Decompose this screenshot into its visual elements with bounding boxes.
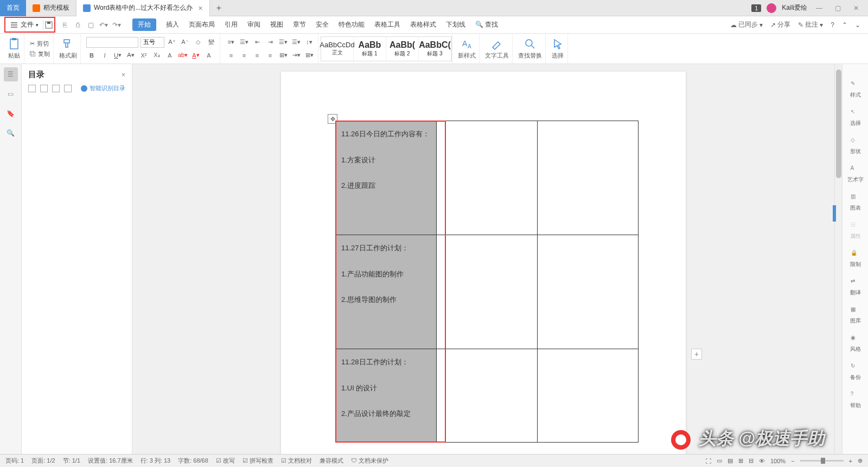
toc-mode3-icon[interactable] [52, 85, 60, 92]
fit-icon[interactable]: ⊕ [858, 457, 863, 464]
borders-button[interactable]: ⊞▾ [304, 50, 315, 61]
eye-icon[interactable]: 👁 [759, 458, 765, 464]
tab-docer[interactable]: 稻壳模板 [26, 0, 76, 16]
status-words[interactable]: 字数: 68/68 [178, 457, 208, 465]
tab-view[interactable]: 视图 [270, 20, 283, 29]
view-web-icon[interactable]: ⊞ [738, 457, 743, 464]
bookmark-icon[interactable]: 🔖 [4, 106, 18, 121]
rail-gallery[interactable]: ▦图库 [850, 306, 861, 325]
tab-insert[interactable]: 插入 [166, 20, 179, 29]
bold-button[interactable]: B [86, 50, 97, 61]
format-brush-button[interactable]: 格式刷 [59, 37, 77, 60]
copy-button[interactable]: ⿻ 复制 [30, 50, 50, 58]
style-gallery[interactable]: AaBbCcDd正文 AaBb标题 1 AaBb(标题 2 AaBbC(标题 3 [321, 36, 452, 61]
table-cell[interactable] [538, 349, 639, 443]
status-setval[interactable]: 设置值: 16.7厘米 [88, 457, 133, 465]
select-button[interactable]: 选择 [551, 37, 564, 60]
tab-special[interactable]: 特色功能 [339, 20, 365, 29]
table-cell[interactable]: 11.27日工作的计划： 1.产品功能图的制作 2.思维导图的制作 [336, 235, 437, 349]
text-tool-button[interactable]: 文字工具 [485, 37, 509, 60]
close-icon[interactable]: × [198, 4, 202, 12]
cut-button[interactable]: ✂ 剪切 [30, 40, 50, 48]
minimize-button[interactable]: — [813, 2, 826, 15]
page-icon[interactable]: ▭ [4, 87, 18, 101]
align-left-button[interactable]: ≡ [226, 50, 237, 61]
view-read-icon[interactable]: ▤ [727, 457, 733, 464]
rail-wordart[interactable]: A艺术字 [847, 165, 864, 184]
rail-backup[interactable]: ↻备份 [850, 363, 861, 381]
distribute-button[interactable]: ⊞▾ [278, 50, 289, 61]
document-canvas[interactable]: ✥ 11.26日今日的工作内容有： 1.方案设计 2.进度跟踪 [132, 64, 834, 454]
document-table[interactable]: 11.26日今日的工作内容有： 1.方案设计 2.进度跟踪 11.27日工作的计… [335, 121, 639, 443]
tab-table-style[interactable]: 表格样式 [410, 20, 436, 29]
maximize-button[interactable]: ▢ [831, 2, 844, 15]
style-h3[interactable]: AaBbC(标题 3 [419, 37, 451, 61]
strike-button[interactable]: A̶▾ [125, 50, 136, 61]
tab-section[interactable]: 章节 [293, 20, 306, 29]
italic-button[interactable]: I [99, 50, 110, 61]
toc-mode1-icon[interactable] [28, 85, 36, 92]
print-icon[interactable]: ⎙ [73, 20, 82, 30]
table-cell[interactable] [437, 121, 538, 235]
table-cell[interactable]: 11.28日工作的计划： 1.UI 的设计 2.产品设计最终的敲定 [336, 349, 437, 443]
size-select[interactable] [141, 37, 164, 48]
line-spacing-button[interactable]: ↕▾ [304, 37, 315, 48]
tab-review[interactable]: 审阅 [247, 20, 260, 29]
outdent-button[interactable]: ⇤ [252, 37, 263, 48]
find-replace-button[interactable]: 查找替换 [518, 37, 542, 60]
style-h1[interactable]: AaBb标题 1 [354, 37, 386, 61]
align-right-button[interactable]: ≡ [252, 50, 263, 61]
pinyin-button[interactable]: 變 [206, 37, 216, 48]
bullets-button[interactable]: ≡▾ [226, 37, 237, 48]
status-protect[interactable]: 🛡 文档未保护 [351, 457, 388, 465]
save-icon[interactable] [44, 21, 53, 29]
underline-button[interactable]: U▾ [112, 50, 123, 61]
table-cell[interactable]: 11.26日今日的工作内容有： 1.方案设计 2.进度跟踪 [336, 121, 437, 235]
numbering-button[interactable]: ☰▾ [239, 37, 250, 48]
status-page[interactable]: 页码: 1 [5, 457, 24, 465]
preview-icon[interactable]: ▢ [86, 20, 95, 30]
status-spell[interactable]: ☑ 拼写检查 [242, 457, 273, 465]
rail-translate[interactable]: ⇄翻译 [850, 278, 861, 296]
rail-select[interactable]: ↖选择 [850, 109, 861, 127]
increase-size-button[interactable]: A⁺ [167, 37, 177, 48]
toc-close-button[interactable]: × [122, 71, 125, 79]
tab-layout[interactable]: 页面布局 [189, 20, 215, 29]
zoom-value[interactable]: 100% [770, 458, 786, 464]
notification-badge[interactable]: 1 [751, 4, 761, 12]
status-section[interactable]: 节: 1/1 [63, 457, 80, 465]
search-menu[interactable]: 🔍 查找 [475, 20, 498, 29]
paste-button[interactable]: 粘贴 [8, 37, 21, 60]
view-outline-icon[interactable]: ⊟ [749, 457, 754, 464]
zoom-out-button[interactable]: − [791, 458, 794, 464]
table-cell[interactable] [538, 235, 639, 349]
indent-button[interactable]: ⇥ [265, 37, 276, 48]
collapse-ribbon-icon[interactable]: ⌃ [842, 21, 847, 29]
status-proof[interactable]: ☑ 文档校对 [281, 457, 312, 465]
tab-table-tools[interactable]: 表格工具 [374, 20, 400, 29]
tab-document[interactable]: Word表格中的...过大不好看怎么办 × [76, 0, 210, 16]
char-shading-button[interactable]: A [203, 50, 214, 61]
status-edit[interactable]: ☑ 改写 [216, 457, 235, 465]
file-menu-button[interactable]: 文件 ▾ [7, 19, 42, 30]
rail-restrict[interactable]: 🔒限制 [850, 250, 861, 268]
superscript-button[interactable]: X² [138, 50, 149, 61]
view-fullscreen-icon[interactable]: ⛶ [705, 458, 711, 464]
sync-status[interactable]: ☁ 已同步 ▾ [730, 20, 763, 29]
new-style-button[interactable]: AA新样式 [458, 37, 476, 60]
scroll-thumb[interactable] [836, 70, 841, 178]
font-color-button[interactable]: A▾ [190, 50, 201, 61]
redo-button[interactable]: ↷▾ [112, 20, 122, 30]
expand-icon[interactable]: ⌄ [855, 21, 860, 29]
undo-button[interactable]: ↶▾ [99, 20, 108, 30]
zoom-icon[interactable]: 🔍 [4, 126, 18, 140]
add-column-button[interactable]: + [691, 349, 702, 359]
char-border-button[interactable]: A [164, 50, 175, 61]
align-justify-button[interactable]: ≡ [265, 50, 276, 61]
status-compat[interactable]: 兼容模式 [320, 457, 343, 465]
tab-reference[interactable]: 引用 [225, 20, 238, 29]
view-page-icon[interactable]: ▭ [717, 457, 722, 464]
rail-help[interactable]: ?帮助 [850, 391, 861, 409]
table-cell[interactable] [538, 121, 639, 235]
rail-chart[interactable]: ▥图表 [850, 193, 861, 212]
